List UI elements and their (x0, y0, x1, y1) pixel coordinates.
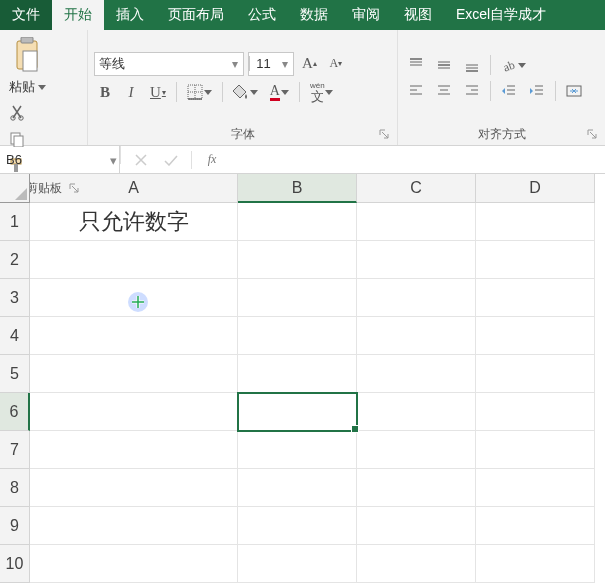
cell[interactable] (238, 507, 357, 545)
cell[interactable] (238, 469, 357, 507)
cut-button[interactable] (6, 102, 28, 124)
cell[interactable] (476, 355, 595, 393)
merge-center-button[interactable] (562, 80, 586, 102)
cell[interactable] (357, 469, 476, 507)
cell[interactable] (30, 355, 238, 393)
column-header[interactable]: D (476, 174, 595, 203)
svg-rect-2 (23, 51, 37, 71)
cell[interactable] (476, 469, 595, 507)
align-left-button[interactable] (404, 80, 428, 102)
tab-file[interactable]: 文件 (0, 0, 52, 30)
row-header[interactable]: 3 (0, 279, 30, 317)
row-header[interactable]: 6 (0, 393, 30, 431)
cell[interactable] (357, 317, 476, 355)
orientation-button[interactable]: ab (497, 54, 530, 76)
align-center-button[interactable] (432, 80, 456, 102)
cell[interactable] (30, 469, 238, 507)
cell[interactable] (30, 431, 238, 469)
tab-formulas[interactable]: 公式 (236, 0, 288, 30)
cell[interactable] (30, 241, 238, 279)
ribbon: 粘贴 剪贴板 (0, 30, 605, 146)
row-header[interactable]: 7 (0, 431, 30, 469)
row-header[interactable]: 1 (0, 203, 30, 241)
select-all-corner[interactable] (0, 174, 30, 203)
tab-home[interactable]: 开始 (52, 0, 104, 30)
row-header[interactable]: 10 (0, 545, 30, 583)
cell[interactable]: 只允许数字 (30, 203, 238, 241)
cell[interactable] (30, 507, 238, 545)
fill-color-button[interactable] (229, 81, 262, 103)
cell[interactable] (476, 203, 595, 241)
cell[interactable] (30, 545, 238, 583)
align-bottom-button[interactable] (460, 54, 484, 76)
tab-page-layout[interactable]: 页面布局 (156, 0, 236, 30)
font-dialog-launcher[interactable] (377, 127, 391, 141)
tab-view[interactable]: 视图 (392, 0, 444, 30)
decrease-indent-button[interactable] (497, 80, 521, 102)
increase-indent-button[interactable] (525, 80, 549, 102)
cell[interactable] (238, 203, 357, 241)
align-middle-button[interactable] (432, 54, 456, 76)
cell[interactable] (476, 393, 595, 431)
insert-function-button[interactable]: fx (202, 150, 222, 170)
cell[interactable] (476, 317, 595, 355)
clipboard-dialog-launcher[interactable] (67, 181, 81, 195)
cell[interactable] (476, 431, 595, 469)
cell[interactable] (357, 507, 476, 545)
italic-button[interactable]: I (120, 81, 142, 103)
cell[interactable] (238, 393, 357, 431)
cell[interactable] (238, 545, 357, 583)
cell[interactable] (357, 545, 476, 583)
cell[interactable] (476, 545, 595, 583)
decrease-font-button[interactable]: A▾ (325, 53, 347, 75)
bold-button[interactable]: B (94, 81, 116, 103)
font-color-button[interactable]: A (266, 81, 293, 103)
cell[interactable] (357, 355, 476, 393)
formula-input[interactable] (232, 146, 605, 173)
ribbon-tabs: 文件 开始 插入 页面布局 公式 数据 审阅 视图 Excel自学成才 (0, 0, 605, 30)
cursor-icon (128, 292, 148, 312)
cell[interactable] (357, 431, 476, 469)
cell[interactable] (357, 241, 476, 279)
row-header[interactable]: 5 (0, 355, 30, 393)
cell[interactable] (476, 507, 595, 545)
cell[interactable] (238, 355, 357, 393)
cell[interactable] (30, 317, 238, 355)
row-header[interactable]: 8 (0, 469, 30, 507)
group-clipboard: 粘贴 剪贴板 (0, 30, 88, 145)
align-right-button[interactable] (460, 80, 484, 102)
tab-data[interactable]: 数据 (288, 0, 340, 30)
cell[interactable] (476, 279, 595, 317)
paste-button[interactable]: 粘贴 (6, 34, 48, 96)
cell[interactable] (238, 241, 357, 279)
tab-insert[interactable]: 插入 (104, 0, 156, 30)
cell[interactable] (238, 317, 357, 355)
alignment-dialog-launcher[interactable] (585, 127, 599, 141)
phonetic-guide-button[interactable]: wén 文 (306, 80, 329, 105)
tab-review[interactable]: 审阅 (340, 0, 392, 30)
cell[interactable] (238, 431, 357, 469)
clipboard-icon (10, 34, 44, 76)
cell[interactable] (357, 203, 476, 241)
enter-formula-button[interactable] (161, 150, 181, 170)
row-header[interactable]: 2 (0, 241, 30, 279)
cell[interactable] (357, 393, 476, 431)
borders-button[interactable] (183, 81, 216, 103)
increase-font-button[interactable]: A▴ (298, 53, 321, 75)
column-header[interactable]: B (238, 174, 357, 203)
column-header[interactable]: C (357, 174, 476, 203)
cancel-formula-button[interactable] (131, 150, 151, 170)
underline-button[interactable]: U▾ (146, 81, 170, 103)
cell[interactable] (30, 393, 238, 431)
row-header[interactable]: 4 (0, 317, 30, 355)
cell[interactable] (238, 279, 357, 317)
row-header[interactable]: 9 (0, 507, 30, 545)
cell[interactable] (357, 279, 476, 317)
name-box[interactable]: B6 ▾ (0, 146, 120, 173)
font-size-select[interactable]: 11 ▾ (248, 52, 294, 76)
tab-selfstudy[interactable]: Excel自学成才 (444, 0, 558, 30)
cell[interactable] (476, 241, 595, 279)
sheet-grid: ABCD1只允许数字2345678910 (0, 174, 605, 583)
font-name-select[interactable]: 等线 ▾ (94, 52, 244, 76)
align-top-button[interactable] (404, 54, 428, 76)
